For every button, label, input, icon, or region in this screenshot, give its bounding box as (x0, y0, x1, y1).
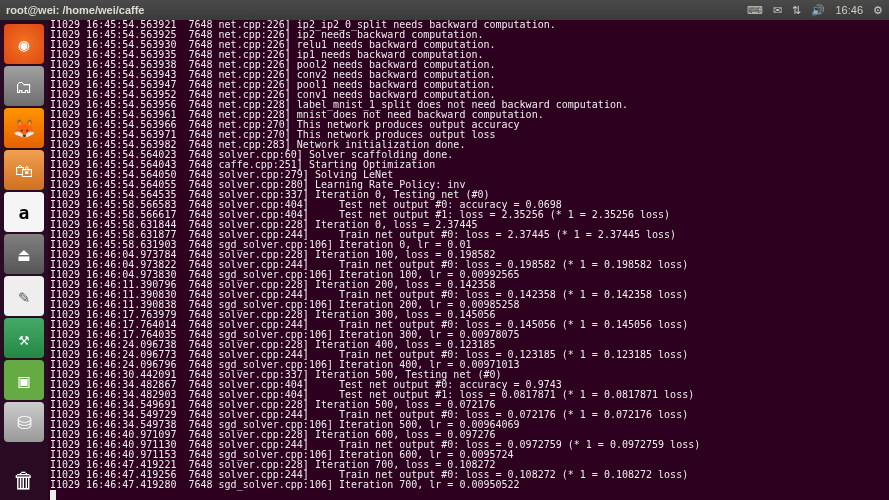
launcher-app-green-icon[interactable]: ▣ (4, 360, 44, 400)
launcher-drive-icon[interactable]: ⛁ (4, 402, 44, 442)
clock[interactable]: 16:46 (835, 4, 863, 16)
cursor (50, 490, 56, 500)
terminal-output: I1029 16:45:54.563921 7648 net.cpp:226] … (48, 20, 889, 500)
top-panel: root@wei: /home/wei/caffe ⌨ ✉ ⇅ 🔊 16:46 … (0, 0, 889, 20)
window-title: root@wei: /home/wei/caffe (6, 4, 747, 16)
launcher-trash-icon[interactable]: 🗑 (4, 460, 44, 500)
terminal-window[interactable]: I1029 16:45:54.563921 7648 net.cpp:226] … (48, 20, 889, 500)
launcher-app-tool-icon[interactable]: ⚒ (4, 318, 44, 358)
launcher-amazon-icon[interactable]: a (4, 192, 44, 232)
unity-launcher: ◉🗂🦊🛍a>_⏏✎⚒▣⛁🗑 (0, 20, 48, 500)
sound-indicator-icon[interactable]: 🔊 (811, 4, 825, 17)
keyboard-indicator-icon[interactable]: ⌨ (747, 4, 763, 17)
terminal-line: I1029 16:46:47.419280 7648 sgd_solver.cp… (50, 480, 887, 490)
launcher-files-icon[interactable]: 🗂 (4, 66, 44, 106)
launcher-ubuntu-dash-icon[interactable]: ◉ (4, 24, 44, 64)
launcher-text-editor-icon[interactable]: ✎ (4, 276, 44, 316)
indicator-area: ⌨ ✉ ⇅ 🔊 16:46 ⚙ (747, 4, 883, 17)
terminal-cursor-line (50, 490, 887, 500)
network-indicator-icon[interactable]: ⇅ (792, 4, 801, 17)
launcher-firefox-icon[interactable]: 🦊 (4, 108, 44, 148)
mail-indicator-icon[interactable]: ✉ (773, 4, 782, 17)
launcher-software-center-icon[interactable]: 🛍 (4, 150, 44, 190)
launcher-removable-icon[interactable]: ⏏ (4, 234, 44, 274)
system-gear-icon[interactable]: ⚙ (873, 4, 883, 17)
